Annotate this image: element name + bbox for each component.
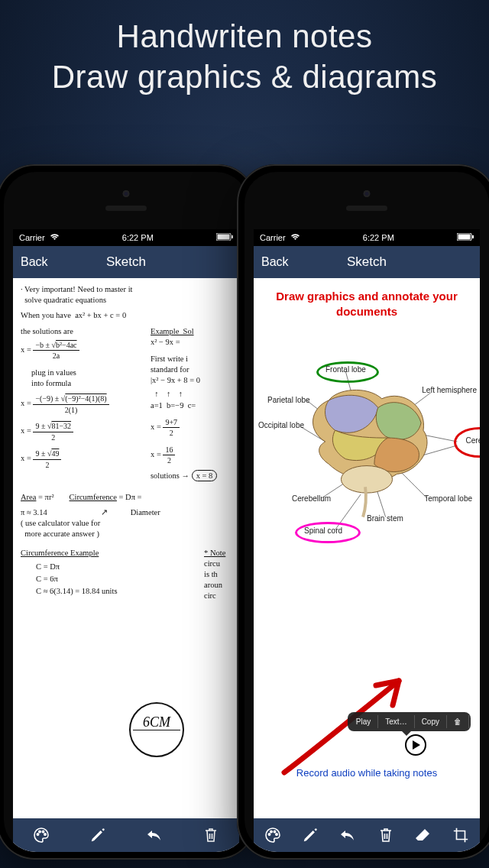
nav-bar: Back Sketch	[254, 246, 480, 278]
label-frontal: Frontal lobe	[325, 365, 366, 374]
phone-earpiece	[4, 172, 248, 225]
menu-text[interactable]: Text…	[378, 715, 414, 728]
note-line: * Note	[204, 548, 235, 559]
back-button[interactable]: Back	[21, 255, 48, 269]
page-title: Sketch	[106, 254, 146, 270]
carrier-label: Carrier	[19, 233, 45, 242]
bottom-toolbar	[254, 818, 480, 852]
document-title: Draw graphics and annotate your document…	[254, 278, 480, 323]
menu-trash[interactable]: 🗑	[447, 715, 469, 728]
back-button[interactable]: Back	[261, 255, 289, 269]
note-line: ( use calculator value for more accurate…	[21, 518, 235, 539]
promo-headline: Handwriten notes Draw graphics & diagram…	[0, 0, 489, 97]
note-line: a=1 b=−9 c=	[151, 400, 235, 411]
undo-icon[interactable]	[144, 824, 165, 846]
headline-line-1: Handwriten notes	[0, 17, 489, 57]
screen-left: Carrier 6:22 PM Back Sketch	[13, 229, 239, 852]
audio-play-button[interactable]	[405, 734, 426, 756]
crop-icon[interactable]	[450, 824, 471, 846]
note-line: x² − 9x =	[151, 337, 235, 348]
brain-svg	[254, 323, 480, 560]
note-line: x = 162	[151, 445, 235, 466]
context-menu[interactable]: Play Text… Copy 🗑	[348, 712, 471, 731]
label-temporal: Temporal lobe	[424, 494, 472, 503]
note-line: · Very important! Need to master it	[21, 284, 235, 295]
note-line: C = Dπ	[36, 562, 204, 572]
note-line: plug in values into formula	[31, 368, 141, 389]
svg-rect-9	[472, 235, 474, 238]
note-line: x = 9 ± √492	[21, 449, 141, 470]
wifi-icon	[290, 233, 300, 242]
label-cerebrum: Cerebrum	[466, 436, 480, 445]
sketch-canvas[interactable]: · Very important! Need to master it solv…	[13, 278, 239, 818]
note-line: x = 9+72	[151, 417, 235, 439]
note-line: Circumference Example	[21, 548, 204, 559]
clock-label: 6:22 PM	[122, 233, 154, 242]
svg-point-3	[37, 834, 38, 835]
pencil-icon[interactable]	[87, 824, 108, 846]
nav-bar: Back Sketch	[13, 246, 239, 278]
phones-container: Carrier 6:22 PM Back Sketch	[0, 164, 489, 868]
label-spinal: Spinal cord	[304, 526, 342, 535]
note-line: Area = πr²	[21, 492, 54, 503]
undo-icon[interactable]	[337, 824, 358, 846]
note-line: C = 6π	[36, 574, 204, 585]
label-lh: Left hemisphere	[422, 386, 477, 394]
quadratic-formula: x = −b ± √b²−4ac2a	[21, 340, 141, 361]
note-line: ↑ ↑ ↑	[151, 389, 235, 400]
menu-copy[interactable]: Copy	[415, 715, 447, 728]
status-bar: Carrier 6:22 PM	[13, 229, 239, 246]
svg-point-6	[44, 834, 46, 835]
pencil-icon[interactable]	[300, 824, 321, 846]
svg-point-12	[270, 831, 271, 832]
label-cerebellum: Cerebellum	[292, 494, 331, 503]
note-line: C ≈ 6(3.14) = 18.84 units	[36, 586, 204, 597]
palette-icon[interactable]	[262, 824, 283, 846]
svg-rect-2	[232, 235, 233, 238]
note-line: circu is th aroun circ	[204, 559, 235, 602]
status-bar: Carrier 6:22 PM	[254, 229, 480, 246]
note-line: π ≈ 3.14	[21, 507, 47, 518]
phone-earpiece	[244, 172, 489, 225]
note-line: solve quadratic equations	[21, 295, 235, 306]
phone-device-left: Carrier 6:22 PM Back Sketch	[0, 164, 256, 860]
note-line: x = 9 ± √81−322	[21, 421, 141, 442]
label-brainstem: Brain stem	[367, 514, 403, 523]
trash-icon[interactable]	[375, 824, 397, 846]
audio-caption: Record audio while taking notes	[254, 767, 480, 779]
note-line: When you have ax² + bx + c = 0	[21, 310, 235, 321]
menu-play[interactable]: Play	[349, 715, 378, 728]
battery-icon	[457, 233, 474, 242]
trash-icon[interactable]	[200, 824, 222, 846]
note-line: Circumference = Dπ =	[70, 492, 142, 503]
carrier-label: Carrier	[260, 233, 286, 242]
note-line: Diameter	[131, 507, 160, 518]
note-line: First write i standard for |x² − 9x + 8 …	[151, 354, 235, 387]
page-title: Sketch	[347, 254, 387, 270]
label-parietal: Parietal lobe	[267, 396, 310, 404]
brain-diagram: Frontal lobe Parietal lobe Occipital lob…	[254, 323, 480, 560]
bottom-toolbar	[13, 818, 239, 852]
clock-label: 6:22 PM	[363, 233, 394, 242]
sketch-canvas[interactable]: Draw graphics and annotate your document…	[254, 278, 480, 818]
wifi-icon	[50, 233, 60, 242]
svg-point-5	[42, 831, 44, 832]
palette-icon[interactable]	[31, 824, 52, 846]
phone-device-right: Carrier 6:22 PM Back Sketch Draw gr	[237, 164, 489, 860]
svg-point-13	[274, 831, 275, 832]
svg-point-14	[275, 834, 277, 835]
svg-point-4	[39, 831, 40, 832]
note-line: x = −(−9) ± √(−9)²−4(1)(8)2(1)	[21, 394, 141, 415]
svg-rect-8	[458, 235, 471, 240]
svg-rect-1	[218, 235, 230, 240]
eraser-icon[interactable]	[413, 824, 434, 846]
circle-diagram: 6CM	[129, 702, 184, 757]
screen-right: Carrier 6:22 PM Back Sketch Draw gr	[254, 229, 480, 852]
svg-point-11	[268, 834, 270, 835]
note-line: solutions → x = 8	[151, 471, 235, 481]
battery-icon	[216, 233, 233, 242]
headline-line-2: Draw graphics & diagrams	[0, 57, 489, 98]
note-line: Example Sol	[151, 326, 235, 337]
note-line: the solutions are	[21, 326, 141, 337]
label-occipital: Occipital lobe	[258, 421, 304, 429]
